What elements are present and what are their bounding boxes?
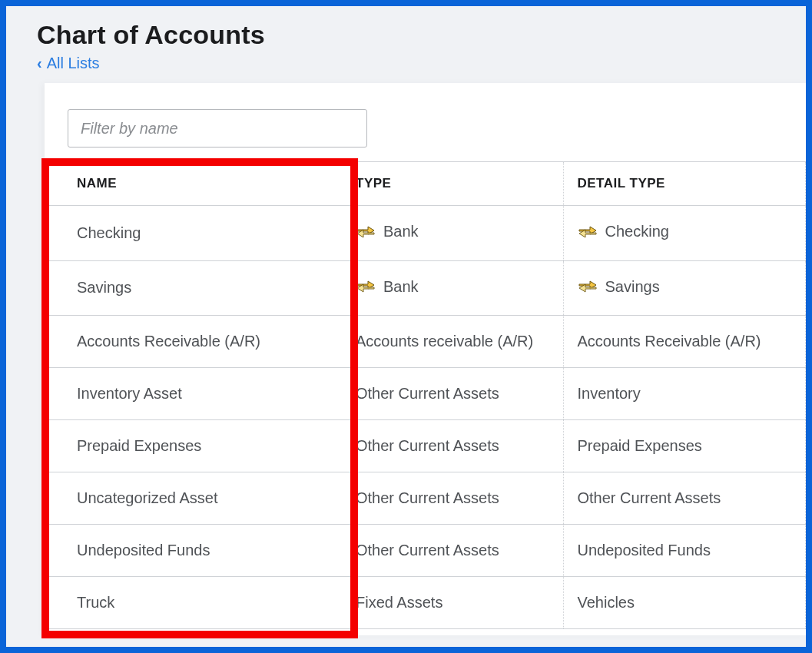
account-name-cell[interactable]: Uncategorized Asset xyxy=(45,472,348,525)
account-detail-cell[interactable]: Undeposited Funds xyxy=(563,525,806,577)
account-detail-label: Undeposited Funds xyxy=(578,542,711,559)
account-name-label: Uncategorized Asset xyxy=(77,489,217,506)
account-name-cell[interactable]: Truck xyxy=(45,577,348,629)
breadcrumb-label: All Lists xyxy=(47,55,100,72)
account-type-label: Accounts receivable (A/R) xyxy=(356,333,533,350)
account-type-cell[interactable]: Other Current Assets xyxy=(348,368,563,420)
swap-arrows-icon xyxy=(578,224,598,240)
accounts-table: NAME TYPE DETAIL TYPE Checking Bank Chec… xyxy=(45,161,806,629)
account-detail-cell[interactable]: Savings xyxy=(563,260,806,316)
account-detail-cell[interactable]: Checking xyxy=(563,206,806,261)
table-row[interactable]: Undeposited FundsOther Current AssetsUnd… xyxy=(45,525,806,577)
account-name-cell[interactable]: Checking xyxy=(45,206,348,261)
account-detail-label: Inventory xyxy=(578,385,641,403)
breadcrumb-all-lists[interactable]: ‹ All Lists xyxy=(37,55,100,72)
table-row[interactable]: Uncategorized AssetOther Current AssetsO… xyxy=(45,472,806,525)
content-panel: NAME TYPE DETAIL TYPE Checking Bank Chec… xyxy=(45,83,806,635)
table-row[interactable]: Savings Bank Savings xyxy=(45,260,806,316)
account-detail-cell[interactable]: Other Current Assets xyxy=(563,472,806,525)
account-type-cell[interactable]: Bank xyxy=(348,260,563,316)
swap-arrows-icon xyxy=(578,279,598,294)
account-detail-label: Accounts Receivable (A/R) xyxy=(578,333,761,350)
account-type-cell[interactable]: Other Current Assets xyxy=(348,472,563,525)
account-name-label: Truck xyxy=(77,594,114,611)
account-name-label: Prepaid Expenses xyxy=(77,437,201,454)
swap-arrows-icon xyxy=(356,279,376,294)
account-name-label: Inventory Asset xyxy=(77,385,182,402)
table-row[interactable]: Inventory AssetOther Current AssetsInven… xyxy=(45,368,806,420)
account-detail-cell[interactable]: Vehicles xyxy=(563,577,806,629)
account-detail-label: Savings xyxy=(605,278,660,296)
account-name-cell[interactable]: Inventory Asset xyxy=(45,368,348,420)
account-type-cell[interactable]: Accounts receivable (A/R) xyxy=(348,316,563,368)
account-detail-cell[interactable]: Prepaid Expenses xyxy=(563,420,806,472)
table-row[interactable]: TruckFixed AssetsVehicles xyxy=(45,577,806,629)
account-name-label: Savings xyxy=(77,279,131,296)
col-name-header[interactable]: NAME xyxy=(45,162,348,206)
account-type-label: Bank xyxy=(383,278,419,296)
filter-by-name-input[interactable] xyxy=(68,109,367,148)
account-detail-cell[interactable]: Accounts Receivable (A/R) xyxy=(563,316,806,368)
account-detail-cell[interactable]: Inventory xyxy=(563,368,806,420)
account-type-label: Other Current Assets xyxy=(356,489,499,507)
account-detail-label: Checking xyxy=(605,223,669,240)
account-type-label: Fixed Assets xyxy=(356,594,442,612)
account-type-cell[interactable]: Bank xyxy=(348,206,563,261)
table-row[interactable]: Accounts Receivable (A/R)Accounts receiv… xyxy=(45,316,806,368)
account-name-label: Accounts Receivable (A/R) xyxy=(77,333,260,350)
account-type-cell[interactable]: Other Current Assets xyxy=(348,420,563,472)
col-detailtype-header[interactable]: DETAIL TYPE xyxy=(563,162,806,206)
account-type-cell[interactable]: Fixed Assets xyxy=(348,577,563,629)
account-name-cell[interactable]: Undeposited Funds xyxy=(45,525,348,577)
account-name-label: Undeposited Funds xyxy=(77,542,210,559)
account-type-cell[interactable]: Other Current Assets xyxy=(348,525,563,577)
account-type-label: Bank xyxy=(383,223,419,240)
account-type-label: Other Current Assets xyxy=(356,437,499,455)
account-type-label: Other Current Assets xyxy=(356,385,499,403)
account-type-label: Other Current Assets xyxy=(356,542,499,559)
account-name-cell[interactable]: Accounts Receivable (A/R) xyxy=(45,316,348,368)
swap-arrows-icon xyxy=(356,224,376,240)
col-type-header[interactable]: TYPE xyxy=(348,162,563,206)
account-name-label: Checking xyxy=(77,224,141,241)
chevron-left-icon: ‹ xyxy=(37,55,42,72)
table-row[interactable]: Prepaid ExpensesOther Current AssetsPrep… xyxy=(45,420,806,472)
table-header-row: NAME TYPE DETAIL TYPE xyxy=(45,162,806,206)
account-name-cell[interactable]: Savings xyxy=(45,260,348,316)
table-row[interactable]: Checking Bank Checking xyxy=(45,206,806,261)
account-detail-label: Vehicles xyxy=(578,594,635,612)
page-title: Chart of Accounts xyxy=(37,20,806,50)
account-detail-label: Other Current Assets xyxy=(578,489,721,507)
account-name-cell[interactable]: Prepaid Expenses xyxy=(45,420,348,472)
account-detail-label: Prepaid Expenses xyxy=(578,437,702,455)
